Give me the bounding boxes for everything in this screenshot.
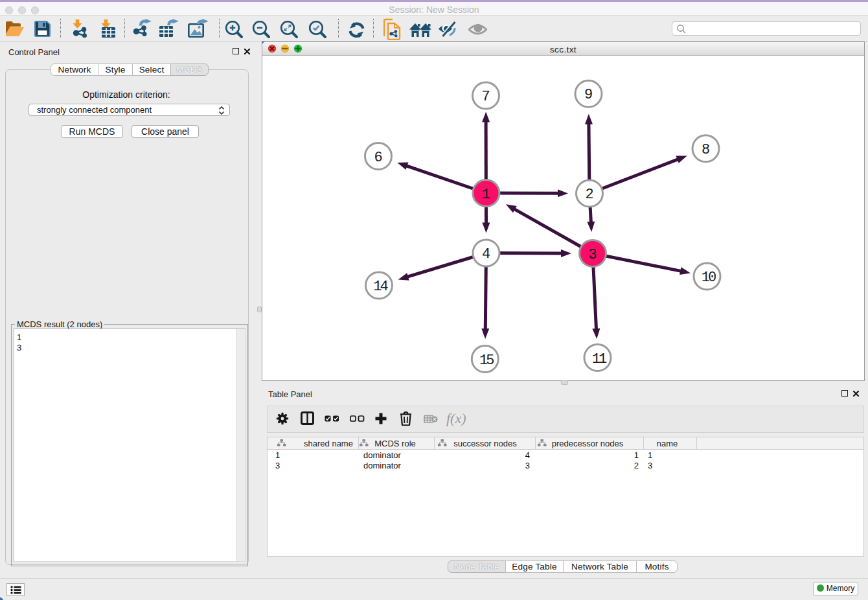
svg-text:7: 7 <box>481 89 490 105</box>
svg-text:1: 1 <box>482 187 490 203</box>
svg-text:10: 10 <box>702 270 716 286</box>
svg-text:8: 8 <box>702 142 710 158</box>
svg-text:4: 4 <box>482 246 490 262</box>
svg-text:15: 15 <box>479 352 494 369</box>
svg-text:6: 6 <box>374 150 382 166</box>
svg-text:3: 3 <box>588 247 597 263</box>
svg-text:2: 2 <box>585 187 593 203</box>
svg-text:14: 14 <box>373 279 388 295</box>
svg-text:9: 9 <box>584 87 593 103</box>
svg-text:11: 11 <box>592 351 607 367</box>
